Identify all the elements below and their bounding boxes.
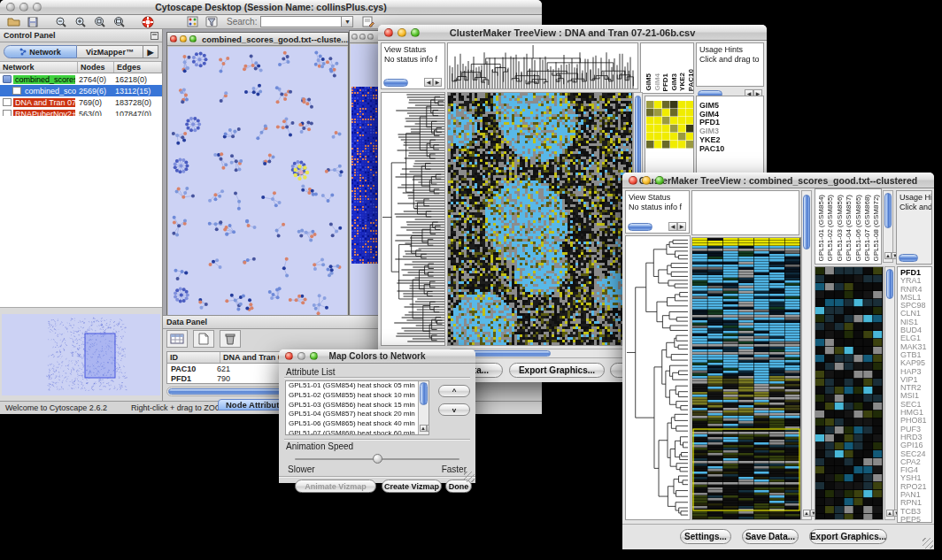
gene-label[interactable]: PAC10 <box>697 145 763 154</box>
annotation-icon[interactable] <box>359 13 378 31</box>
filter-window-icon[interactable] <box>202 13 221 31</box>
tv2-top-dendrogram-area[interactable] <box>691 190 799 235</box>
network-table-row[interactable]: combined_sco 2569(6) 13112(15) <box>0 85 162 96</box>
animate-vizmap-button[interactable]: Animate Vizmap <box>295 479 376 493</box>
tab-vizmapper[interactable]: VizMapper™ <box>77 45 143 58</box>
tv2-heatmap-vscrollbar[interactable]: ▲▼ <box>801 190 812 520</box>
column-label[interactable]: GPL51-07 (GSM868) <box>863 195 871 262</box>
column-label[interactable]: PAC10 <box>687 69 695 91</box>
network-view-1-canvas[interactable] <box>168 47 347 318</box>
column-label[interactable]: GPL51-02 (GSM855) <box>826 195 834 262</box>
attribute-list-item[interactable]: GPL51-03 (GSM856) heat shock 15 min <box>286 401 417 410</box>
zoom-button[interactable] <box>411 28 420 37</box>
tab-network[interactable]: Network <box>4 45 77 58</box>
dialog-titlebar[interactable]: Map Colors to Network <box>279 349 475 364</box>
close-button[interactable] <box>384 28 393 37</box>
scroll-up-icon[interactable]: ▲ <box>803 510 810 517</box>
gene-label[interactable]: PEP5 <box>898 516 931 523</box>
zoom-selected-icon[interactable] <box>90 13 110 31</box>
zoom-fit-icon[interactable] <box>110 13 129 31</box>
tv1-top-dendrogram[interactable] <box>447 42 638 89</box>
tv2-heatmap[interactable] <box>691 237 801 520</box>
tv2-zoom-heatmap[interactable] <box>815 266 884 520</box>
network-overview-canvas[interactable] <box>2 314 160 395</box>
network-table-row[interactable]: combined_scores 2764(0) 16218(0) <box>0 73 162 85</box>
resize-grip[interactable] <box>464 472 475 482</box>
export-graphics-button[interactable]: Export Graphics... <box>809 529 887 544</box>
network-table-row[interactable]: DNA and Tran 07 769(0) 183728(0) <box>0 96 162 108</box>
frame1-minimize-button[interactable] <box>180 35 187 42</box>
save-icon[interactable] <box>23 13 42 31</box>
export-graphics-button[interactable]: Export Graphics... <box>509 363 605 378</box>
zoom-in-icon[interactable] <box>71 13 90 31</box>
column-label[interactable]: GPL51-08 (GSM872) <box>872 195 880 262</box>
move-down-button[interactable]: v <box>438 403 470 416</box>
scroll-left-icon[interactable]: ◀ <box>424 78 433 87</box>
plugins-icon[interactable] <box>182 13 202 31</box>
tv1-heatmap-hscrollbar[interactable] <box>447 349 643 358</box>
zoom-button[interactable] <box>33 3 42 12</box>
frame2-close-button[interactable] <box>351 34 358 40</box>
network-view-2-canvas[interactable] <box>351 44 381 320</box>
close-button[interactable] <box>285 352 293 360</box>
search-input[interactable] <box>260 16 342 27</box>
attribute-list-scrollbar[interactable]: ▲▼ <box>418 381 429 434</box>
scroll-right-icon[interactable]: ▶ <box>677 222 686 231</box>
frame1-zoom-button[interactable] <box>189 35 197 42</box>
frame2-minimize-button[interactable] <box>359 34 366 40</box>
zoom-button[interactable] <box>655 176 664 185</box>
settings-button[interactable]: Settings... <box>680 529 731 544</box>
scroll-up-icon[interactable]: ▲ <box>420 425 427 432</box>
tab-overflow-arrow[interactable]: ▶ <box>143 45 158 58</box>
column-label[interactable]: PFD1 <box>661 73 669 91</box>
slider-thumb[interactable] <box>373 454 382 464</box>
column-label[interactable]: GIM4 <box>653 73 661 91</box>
attribute-list-item[interactable]: GPL51-01 (GSM854) heat shock 05 min <box>286 381 417 391</box>
attribute-list-item[interactable]: GPL51-04 (GSM857) heat shock 20 min <box>286 410 417 419</box>
resize-grip[interactable] <box>923 538 933 548</box>
attribute-list-item[interactable]: GPL51-06 (GSM865) heat shock 40 min <box>286 419 417 429</box>
new-attribute-icon[interactable] <box>193 330 214 348</box>
view-status-scrollbar[interactable]: ◀ ▶ <box>383 77 442 88</box>
tv2-usage-scrollbar[interactable] <box>899 252 930 263</box>
scroll-up-icon[interactable]: ▲ <box>884 252 892 259</box>
frame2-zoom-button[interactable] <box>367 34 374 40</box>
zoom-out-icon[interactable] <box>51 13 71 31</box>
delete-attribute-icon[interactable] <box>220 330 241 348</box>
tv1-titlebar[interactable]: ClusterMaker TreeView : DNA and Tran 07-… <box>378 25 767 41</box>
scroll-up-icon[interactable]: ▲ <box>886 510 893 517</box>
view-status-scrollbar[interactable]: ◀ ▶ <box>628 221 686 232</box>
tv2-row-dendrogram[interactable] <box>625 235 691 520</box>
move-up-button[interactable]: ^ <box>438 385 470 397</box>
column-label[interactable]: GIM3 <box>670 73 678 91</box>
attribute-table-icon[interactable] <box>166 330 188 348</box>
column-label[interactable]: GPL51-03 (GSM856) <box>836 195 844 262</box>
tv2-titlebar[interactable]: ClusterMaker TreeView : combined_scores_… <box>622 173 934 188</box>
save-data-button[interactable]: Save Data... <box>742 529 799 544</box>
minimize-button[interactable] <box>398 28 406 37</box>
attribute-list-item[interactable]: GPL51-07 (GSM868) heat shock 60 min <box>286 429 417 435</box>
column-label[interactable]: GPL51-06 (GSM865) <box>854 195 862 262</box>
float-panel-icon[interactable] <box>151 32 158 40</box>
column-label[interactable]: GPL51-04 (GSM857) <box>845 195 853 262</box>
scroll-down-icon[interactable]: ▼ <box>427 425 429 432</box>
tv1-row-dendrogram[interactable] <box>381 92 445 346</box>
search-dropdown-arrow[interactable]: ▼ <box>342 16 353 27</box>
minimize-button[interactable] <box>19 3 28 12</box>
minimize-button[interactable] <box>297 352 305 360</box>
tv2-zoom-vscrollbar[interactable]: ▲▼ <box>884 266 895 520</box>
close-button[interactable] <box>629 176 637 185</box>
column-label[interactable]: GIM5 <box>645 73 652 91</box>
open-file-icon[interactable] <box>4 13 23 31</box>
scroll-right-icon[interactable]: ▶ <box>433 78 442 87</box>
tv1-mini-matrix[interactable] <box>646 101 694 149</box>
frame1-close-button[interactable] <box>170 35 177 42</box>
help-lifebuoy-icon[interactable] <box>138 13 158 31</box>
animation-speed-slider[interactable] <box>295 455 459 464</box>
create-vizmap-button[interactable]: Create Vizmap <box>382 479 442 493</box>
column-label[interactable]: YKE2 <box>678 73 686 91</box>
column-label[interactable]: GPL51-01 (GSM854) <box>817 195 825 262</box>
close-button[interactable] <box>6 3 15 12</box>
minimize-button[interactable] <box>642 176 651 185</box>
zoom-button[interactable] <box>310 352 318 360</box>
